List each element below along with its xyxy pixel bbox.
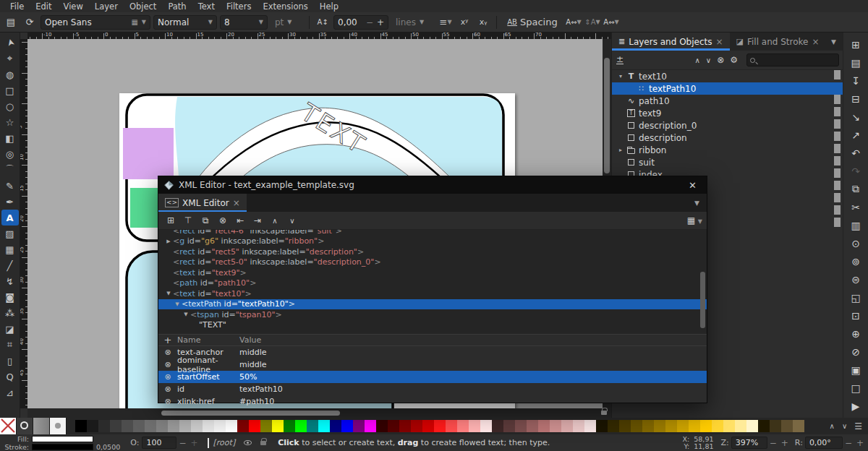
add-attribute-button[interactable]: + [158, 335, 177, 345]
stroke-swatch[interactable] [32, 444, 93, 450]
attribute-value[interactable]: textPath10 [239, 385, 283, 394]
attribute-row-dominant-baseline[interactable]: ⊗dominant-baselinemiddle [158, 358, 707, 371]
palette-color-swatch[interactable] [411, 420, 422, 432]
layer-color-tag[interactable] [834, 82, 841, 92]
layer-row-path10[interactable]: ∿path10 [612, 95, 843, 107]
spray-tool[interactable]: ⁂ [1, 305, 19, 321]
layer-row-text10[interactable]: ▾Ttext10 [612, 70, 843, 82]
attribute-row-startOffset[interactable]: ⊗startOffset50% [158, 371, 707, 383]
import-image-button[interactable]: ↘ [846, 108, 865, 126]
new-element-node-button[interactable]: ⊞ [163, 213, 179, 228]
new-document-button[interactable]: ⊞ [846, 35, 865, 53]
xml-node-row[interactable]: <rect id="rect5-0" inkscape:label="descr… [158, 257, 707, 268]
unlink-clone-button[interactable]: ⊘ [846, 343, 865, 361]
line-height-unit-combo[interactable]: lines ▼ [391, 15, 435, 30]
expander-down-icon[interactable]: ▾ [616, 73, 625, 80]
shape-builder-tool[interactable]: ◍ [1, 66, 19, 82]
palette-color-swatch[interactable] [376, 420, 388, 432]
ellipse-tool[interactable]: ○ [1, 98, 19, 114]
palette-color-swatch[interactable] [781, 420, 793, 432]
menu-item-path[interactable]: Path [162, 1, 192, 12]
palette-color-swatch[interactable] [538, 420, 550, 432]
palette-color-swatch[interactable] [307, 420, 318, 432]
horizontal-ruler[interactable]: -10-50510152025303540455055606570 [27, 33, 611, 39]
palette-color-swatch[interactable] [272, 420, 284, 432]
palette-color-swatch[interactable] [446, 420, 457, 432]
delete-attribute-icon[interactable]: ⊗ [158, 372, 177, 382]
palette-color-swatch[interactable] [654, 420, 665, 432]
palette-color-swatch[interactable] [700, 420, 712, 432]
xml-node-row[interactable]: ▼<textPath id="textPath10"> [158, 299, 707, 310]
move-node-down-button[interactable]: ∨ [284, 213, 300, 228]
palette-color-swatch[interactable] [179, 420, 191, 432]
calligraphy-tool[interactable]: ✒ [1, 194, 19, 210]
palette-color-swatch[interactable] [168, 420, 179, 432]
palette-color-swatch[interactable] [665, 420, 677, 432]
layer-row-text9[interactable]: Ttext9 [612, 107, 843, 119]
ungroup-button[interactable]: □ [846, 379, 865, 397]
zoom-spinbox[interactable]: 397% [731, 437, 767, 449]
mesh-tool[interactable]: ▦ [1, 241, 19, 257]
palette-color-swatch[interactable] [260, 420, 272, 432]
palette-color-swatch[interactable] [399, 420, 411, 432]
close-tab-icon[interactable]: × [715, 37, 723, 47]
star-tool[interactable]: ☆ [1, 114, 19, 130]
layer-row-description[interactable]: description [612, 132, 843, 144]
rectangle-tool[interactable]: □ [1, 82, 19, 98]
menu-item-edit[interactable]: Edit [30, 1, 57, 12]
rotation-spinbox[interactable]: 0,00° [805, 437, 843, 449]
pages-tool[interactable]: ▯ [1, 353, 19, 369]
dock-collapse-chevron-icon[interactable]: ▼ [831, 38, 843, 46]
kerning-dropdown[interactable]: ⇕A▼ [584, 15, 600, 30]
palette-color-swatch[interactable] [631, 420, 642, 432]
layer-color-tag[interactable] [834, 132, 841, 141]
layer-color-tag[interactable] [834, 218, 841, 227]
palette-color-swatch[interactable] [110, 420, 122, 432]
palette-color-swatch[interactable] [573, 420, 584, 432]
panel-layout-dropdown[interactable]: ▦ ▼ [687, 215, 702, 226]
spacing-button[interactable]: AB Spacing [502, 15, 563, 30]
layer-color-tag[interactable] [834, 205, 841, 215]
palette-color-swatch[interactable] [226, 420, 237, 432]
xml-node-row[interactable]: <text id="text9"> [158, 267, 707, 278]
close-dialog-icon[interactable]: ✕ [684, 180, 701, 191]
menu-item-file[interactable]: File [4, 1, 30, 12]
refresh-fonts-button[interactable]: ⟳ [22, 15, 38, 30]
fill-stroke-indicator[interactable]: Fill: Stroke: 0,0500 [3, 435, 120, 450]
zoom-page-button[interactable]: ⊜ [846, 270, 865, 288]
indent-node-button[interactable]: ⇥ [250, 213, 265, 228]
layer-row-ribbon[interactable]: ▸ribbon [612, 144, 843, 156]
vertical-scrollbar-thumb[interactable] [604, 58, 610, 173]
layer-color-tag[interactable] [834, 156, 841, 166]
palette-color-swatch[interactable] [689, 420, 700, 432]
attribute-value[interactable]: 50% [239, 372, 257, 382]
palette-color-swatch[interactable] [758, 420, 770, 432]
spiral-tool[interactable]: ◎ [1, 146, 19, 162]
zoom-selection-button[interactable]: ⊙ [846, 234, 865, 252]
xml-node-row[interactable]: ▼<tspan id="tspan10"> [158, 309, 707, 320]
palette-color-swatch[interactable] [503, 420, 515, 432]
group-button[interactable]: ▣ [846, 361, 865, 379]
decrement-icon[interactable]: − [366, 17, 373, 27]
tab-layers-and-objects[interactable]: ≣ Layers and Objects × [612, 33, 730, 51]
delete-object-button[interactable]: ⊗ [717, 55, 724, 65]
palette-color-swatch[interactable] [249, 420, 260, 432]
dialog-titlebar[interactable]: XML Editor - text_example_template.svg ✕ [158, 176, 707, 194]
increment-icon[interactable]: + [377, 17, 384, 27]
layer-color-tag[interactable] [834, 70, 841, 80]
menu-item-extensions[interactable]: Extensions [257, 1, 313, 12]
undo-button[interactable]: ↶ [846, 144, 865, 162]
layer-row-textPath10[interactable]: ∷textPath10 [612, 82, 843, 95]
move-down-button[interactable]: ∨ [706, 56, 711, 64]
duplicate-node-button[interactable]: ⧉ [197, 213, 213, 228]
menu-item-help[interactable]: Help [314, 1, 344, 12]
palette-color-swatch[interactable] [191, 420, 203, 432]
palette-color-swatch[interactable] [214, 420, 226, 432]
opacity-increment-icon[interactable]: + [188, 438, 200, 448]
font-collections-button[interactable]: ▤ [3, 15, 19, 30]
layer-color-tag[interactable] [834, 119, 841, 129]
palette-color-swatch[interactable] [133, 420, 145, 432]
save-document-button[interactable]: ↧ [846, 72, 865, 90]
layer-color-tag[interactable] [834, 95, 841, 104]
font-unit-combo[interactable]: pt ▼ [271, 15, 304, 30]
